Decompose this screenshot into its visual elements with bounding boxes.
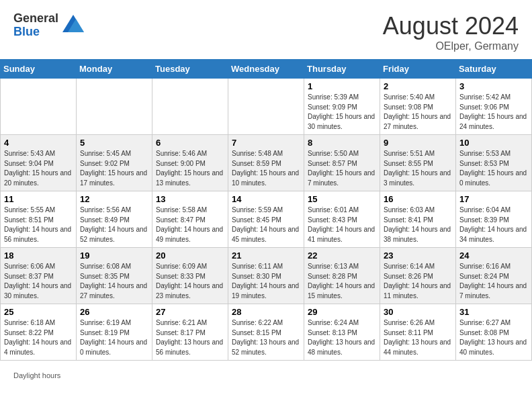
- day-info: Sunrise: 6:21 AMSunset: 8:17 PMDaylight:…: [156, 318, 224, 357]
- day-info: Sunrise: 5:55 AMSunset: 8:51 PMDaylight:…: [4, 205, 73, 244]
- table-row: 7Sunrise: 5:48 AMSunset: 8:59 PMDaylight…: [228, 135, 304, 191]
- table-row: 27Sunrise: 6:21 AMSunset: 8:17 PMDayligh…: [152, 304, 228, 361]
- table-row: 30Sunrise: 6:26 AMSunset: 8:11 PMDayligh…: [380, 304, 456, 361]
- calendar-week-5: 25Sunrise: 6:18 AMSunset: 8:22 PMDayligh…: [1, 304, 532, 361]
- day-info: Sunrise: 6:13 AMSunset: 8:28 PMDaylight:…: [308, 262, 376, 301]
- day-info: Sunrise: 6:04 AMSunset: 8:39 PMDaylight:…: [459, 205, 528, 244]
- table-row: 1Sunrise: 5:39 AMSunset: 9:09 PMDaylight…: [304, 79, 380, 135]
- day-number: 13: [156, 194, 224, 204]
- day-info: Sunrise: 6:22 AMSunset: 8:15 PMDaylight:…: [232, 318, 300, 357]
- table-row: 16Sunrise: 6:03 AMSunset: 8:41 PMDayligh…: [380, 191, 456, 248]
- day-number: 10: [459, 138, 528, 148]
- day-number: 26: [80, 307, 148, 317]
- day-info: Sunrise: 5:50 AMSunset: 8:57 PMDaylight:…: [308, 149, 376, 188]
- day-number: 28: [232, 307, 300, 317]
- calendar-week-3: 11Sunrise: 5:55 AMSunset: 8:51 PMDayligh…: [1, 191, 532, 248]
- table-row: 15Sunrise: 6:01 AMSunset: 8:43 PMDayligh…: [304, 191, 380, 248]
- day-info: Sunrise: 5:53 AMSunset: 8:53 PMDaylight:…: [459, 149, 528, 188]
- day-info: Sunrise: 6:27 AMSunset: 8:08 PMDaylight:…: [459, 318, 528, 357]
- day-info: Sunrise: 6:01 AMSunset: 8:43 PMDaylight:…: [308, 205, 376, 244]
- col-wednesday: Wednesday: [228, 60, 304, 79]
- day-info: Sunrise: 5:56 AMSunset: 8:49 PMDaylight:…: [80, 205, 148, 244]
- table-row: 22Sunrise: 6:13 AMSunset: 8:28 PMDayligh…: [304, 248, 380, 304]
- table-row: 4Sunrise: 5:43 AMSunset: 9:04 PMDaylight…: [1, 135, 77, 191]
- day-info: Sunrise: 5:39 AMSunset: 9:09 PMDaylight:…: [308, 93, 376, 132]
- day-number: 3: [459, 81, 528, 91]
- col-saturday: Saturday: [456, 60, 532, 79]
- day-number: 23: [384, 250, 452, 261]
- table-row: [77, 79, 152, 135]
- day-number: 18: [4, 250, 73, 261]
- day-number: 11: [4, 194, 73, 204]
- col-thursday: Thursday: [304, 60, 380, 79]
- col-friday: Friday: [380, 60, 456, 79]
- day-info: Sunrise: 5:51 AMSunset: 8:55 PMDaylight:…: [384, 149, 452, 188]
- day-number: 1: [308, 81, 376, 91]
- table-row: 9Sunrise: 5:51 AMSunset: 8:55 PMDaylight…: [380, 135, 456, 191]
- table-row: 19Sunrise: 6:08 AMSunset: 8:35 PMDayligh…: [77, 248, 152, 304]
- day-number: 15: [308, 194, 376, 204]
- table-row: 6Sunrise: 5:46 AMSunset: 9:00 PMDaylight…: [152, 135, 228, 191]
- table-row: 21Sunrise: 6:11 AMSunset: 8:30 PMDayligh…: [228, 248, 304, 304]
- logo-text: General Blue: [13, 12, 58, 39]
- location: OElper, Germany: [383, 40, 519, 52]
- table-row: 24Sunrise: 6:16 AMSunset: 8:24 PMDayligh…: [456, 248, 532, 304]
- table-row: 14Sunrise: 5:59 AMSunset: 8:45 PMDayligh…: [228, 191, 304, 248]
- day-info: Sunrise: 6:06 AMSunset: 8:37 PMDaylight:…: [4, 262, 73, 301]
- col-monday: Monday: [77, 60, 152, 79]
- day-info: Sunrise: 5:48 AMSunset: 8:59 PMDaylight:…: [232, 149, 300, 188]
- day-info: Sunrise: 6:16 AMSunset: 8:24 PMDaylight:…: [459, 262, 528, 301]
- col-tuesday: Tuesday: [152, 60, 228, 79]
- day-number: 12: [80, 194, 148, 204]
- col-sunday: Sunday: [1, 60, 77, 79]
- day-number: 21: [232, 250, 300, 261]
- table-row: 5Sunrise: 5:45 AMSunset: 9:02 PMDaylight…: [77, 135, 152, 191]
- day-info: Sunrise: 5:46 AMSunset: 9:00 PMDaylight:…: [156, 149, 224, 188]
- table-row: 10Sunrise: 5:53 AMSunset: 8:53 PMDayligh…: [456, 135, 532, 191]
- table-row: 12Sunrise: 5:56 AMSunset: 8:49 PMDayligh…: [77, 191, 152, 248]
- table-row: 23Sunrise: 6:14 AMSunset: 8:26 PMDayligh…: [380, 248, 456, 304]
- day-info: Sunrise: 5:59 AMSunset: 8:45 PMDaylight:…: [232, 205, 300, 244]
- table-row: 25Sunrise: 6:18 AMSunset: 8:22 PMDayligh…: [1, 304, 77, 361]
- title-block: August 2024 OElper, Germany: [383, 12, 519, 52]
- logo-icon: [61, 13, 85, 38]
- table-row: [152, 79, 228, 135]
- day-info: Sunrise: 6:24 AMSunset: 8:13 PMDaylight:…: [308, 318, 376, 357]
- day-number: 2: [384, 81, 452, 91]
- day-info: Sunrise: 6:03 AMSunset: 8:41 PMDaylight:…: [384, 205, 452, 244]
- table-row: 11Sunrise: 5:55 AMSunset: 8:51 PMDayligh…: [1, 191, 77, 248]
- day-number: 9: [384, 138, 452, 148]
- day-info: Sunrise: 6:09 AMSunset: 8:33 PMDaylight:…: [156, 262, 224, 301]
- day-info: Sunrise: 6:18 AMSunset: 8:22 PMDaylight:…: [4, 318, 73, 357]
- table-row: 2Sunrise: 5:40 AMSunset: 9:08 PMDaylight…: [380, 79, 456, 135]
- footer: Daylight hours: [0, 367, 532, 383]
- day-info: Sunrise: 6:11 AMSunset: 8:30 PMDaylight:…: [232, 262, 300, 301]
- calendar-week-4: 18Sunrise: 6:06 AMSunset: 8:37 PMDayligh…: [1, 248, 532, 304]
- table-row: 26Sunrise: 6:19 AMSunset: 8:19 PMDayligh…: [77, 304, 152, 361]
- day-number: 7: [232, 138, 300, 148]
- table-row: 18Sunrise: 6:06 AMSunset: 8:37 PMDayligh…: [1, 248, 77, 304]
- table-row: 13Sunrise: 5:58 AMSunset: 8:47 PMDayligh…: [152, 191, 228, 248]
- day-number: 20: [156, 250, 224, 261]
- day-info: Sunrise: 6:26 AMSunset: 8:11 PMDaylight:…: [384, 318, 452, 357]
- day-number: 17: [459, 194, 528, 204]
- day-number: 31: [459, 307, 528, 317]
- day-number: 6: [156, 138, 224, 148]
- day-number: 5: [80, 138, 148, 148]
- calendar-header-row: Sunday Monday Tuesday Wednesday Thursday…: [1, 60, 532, 79]
- month-year: August 2024: [383, 12, 519, 40]
- day-number: 4: [4, 138, 73, 148]
- day-number: 22: [308, 250, 376, 261]
- table-row: 17Sunrise: 6:04 AMSunset: 8:39 PMDayligh…: [456, 191, 532, 248]
- logo-blue: Blue: [13, 26, 58, 39]
- day-number: 14: [232, 194, 300, 204]
- day-info: Sunrise: 6:14 AMSunset: 8:26 PMDaylight:…: [384, 262, 452, 301]
- day-number: 8: [308, 138, 376, 148]
- table-row: 29Sunrise: 6:24 AMSunset: 8:13 PMDayligh…: [304, 304, 380, 361]
- table-row: [1, 79, 77, 135]
- table-row: 31Sunrise: 6:27 AMSunset: 8:08 PMDayligh…: [456, 304, 532, 361]
- table-row: 8Sunrise: 5:50 AMSunset: 8:57 PMDaylight…: [304, 135, 380, 191]
- logo: General Blue: [13, 12, 85, 39]
- day-number: 24: [459, 250, 528, 261]
- day-info: Sunrise: 5:58 AMSunset: 8:47 PMDaylight:…: [156, 205, 224, 244]
